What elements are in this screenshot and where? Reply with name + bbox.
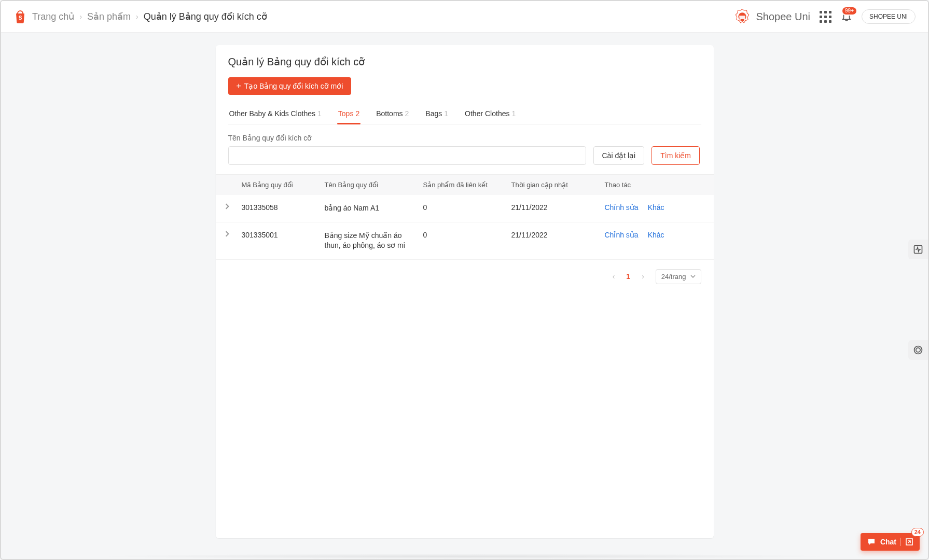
- cell-name: Bảng size Mỹ chuẩn áo thun, áo phông, áo…: [322, 231, 415, 251]
- topbar: S Trang chủ › Sản phẩm › Quản lý Bảng qu…: [1, 1, 928, 33]
- tab-count: 1: [511, 109, 516, 118]
- cell-linked: 0: [420, 231, 508, 239]
- tab-label: Other Baby & Kids Clothes: [229, 109, 316, 118]
- pagination: ‹ 1 › 24/trang: [216, 260, 714, 284]
- svg-point-5: [916, 348, 920, 352]
- table-row: 301335058 bảng áo Nam A1 0 21/11/2022 Ch…: [216, 195, 714, 222]
- tab-count: 2: [405, 109, 409, 118]
- shopee-logo-icon[interactable]: S: [13, 9, 27, 24]
- tab-label: Tops: [338, 109, 354, 118]
- chevron-right-icon: [224, 231, 230, 237]
- breadcrumb-home[interactable]: Trang chủ: [32, 11, 74, 22]
- more-link[interactable]: Khác: [648, 231, 664, 239]
- pager-current-page[interactable]: 1: [626, 272, 630, 281]
- expand-row-toggle[interactable]: [216, 231, 239, 237]
- page-title: Quản lý Bảng quy đổi kích cỡ: [228, 55, 701, 68]
- notifications-badge: 99+: [841, 6, 857, 16]
- tab-label: Other Clothes: [465, 109, 509, 118]
- col-updated: Thời gian cập nhật: [508, 181, 602, 189]
- pager-prev[interactable]: ‹: [613, 272, 615, 281]
- chat-badge: 24: [911, 528, 924, 537]
- headset-icon: [913, 345, 923, 355]
- chevron-right-icon: ›: [136, 12, 138, 21]
- col-id: Mã Bảng quy đổi: [239, 181, 322, 189]
- col-actions: Thao tác: [602, 181, 714, 189]
- expand-icon: [905, 538, 913, 546]
- svg-text:S: S: [19, 15, 22, 21]
- page-size-label: 24/trang: [661, 273, 686, 281]
- notifications-button[interactable]: 99+: [841, 10, 852, 23]
- cell-updated: 21/11/2022: [508, 203, 602, 212]
- tab-other-baby-kids-clothes[interactable]: Other Baby & Kids Clothes1: [228, 104, 323, 124]
- apps-grid-icon[interactable]: [820, 11, 831, 23]
- col-linked: Sản phẩm đã liên kết: [420, 181, 508, 189]
- shopee-uni-logo-icon: [733, 7, 752, 26]
- shopee-uni-brand[interactable]: Shopee Uni: [733, 7, 810, 26]
- reset-button[interactable]: Cài đặt lại: [593, 146, 645, 165]
- pager-next[interactable]: ›: [642, 272, 644, 281]
- edit-link[interactable]: Chỉnh sửa: [605, 231, 639, 239]
- shopee-uni-label: Shopee Uni: [756, 11, 810, 23]
- svg-rect-2: [741, 19, 744, 21]
- page-size-select[interactable]: 24/trang: [656, 269, 701, 284]
- chat-icon: [867, 537, 876, 547]
- create-size-chart-button[interactable]: + Tạo Bảng quy đổi kích cỡ mới: [228, 77, 352, 95]
- expand-row-toggle[interactable]: [216, 203, 239, 209]
- cell-actions: Chỉnh sửa Khác: [602, 231, 714, 239]
- tab-label: Bags: [425, 109, 442, 118]
- table-body: 301335058 bảng áo Nam A1 0 21/11/2022 Ch…: [216, 195, 714, 260]
- breadcrumb: S Trang chủ › Sản phẩm › Quản lý Bảng qu…: [13, 9, 267, 24]
- table-header: Mã Bảng quy đổi Tên Bảng quy đổi Sản phẩ…: [216, 174, 714, 195]
- tab-bottoms[interactable]: Bottoms2: [375, 104, 410, 124]
- chat-widget[interactable]: Chat 24: [861, 533, 920, 551]
- cell-updated: 21/11/2022: [508, 231, 602, 239]
- table-row: 301335001 Bảng size Mỹ chuẩn áo thun, áo…: [216, 222, 714, 260]
- cell-linked: 0: [420, 203, 508, 212]
- tab-count: 2: [355, 109, 359, 118]
- edit-link[interactable]: Chỉnh sửa: [605, 203, 639, 212]
- breadcrumb-products[interactable]: Sản phẩm: [87, 11, 131, 22]
- cell-id: 301335058: [239, 203, 322, 212]
- activity-icon: [913, 244, 923, 255]
- breadcrumb-current: Quản lý Bảng quy đổi kích cỡ: [144, 11, 267, 22]
- topbar-right: Shopee Uni 99+ SHOPEE UNI: [733, 7, 916, 26]
- plus-icon: +: [237, 82, 241, 90]
- content-card: Quản lý Bảng quy đổi kích cỡ + Tạo Bảng …: [216, 45, 714, 538]
- side-help-button[interactable]: [908, 340, 928, 360]
- chevron-right-icon: ›: [79, 12, 82, 21]
- create-button-label: Tạo Bảng quy đổi kích cỡ mới: [244, 82, 343, 90]
- cell-name: bảng áo Nam A1: [322, 203, 415, 214]
- chat-label: Chat: [880, 538, 896, 546]
- category-tabs: Other Baby & Kids Clothes1Tops2Bottoms2B…: [228, 104, 701, 124]
- side-pulse-button[interactable]: [908, 240, 928, 259]
- size-chart-name-input[interactable]: [228, 146, 586, 165]
- tab-label: Bottoms: [376, 109, 403, 118]
- chevron-down-icon: [690, 274, 696, 279]
- tab-count: 1: [317, 109, 322, 118]
- cell-actions: Chỉnh sửa Khác: [602, 203, 714, 212]
- search-button[interactable]: Tìm kiếm: [651, 146, 700, 165]
- cell-id: 301335001: [239, 231, 322, 239]
- tab-other-clothes[interactable]: Other Clothes1: [464, 104, 517, 124]
- more-link[interactable]: Khác: [648, 203, 664, 212]
- filter-label: Tên Bảng quy đổi kích cỡ: [228, 134, 701, 142]
- svg-point-4: [914, 346, 922, 354]
- divider: [900, 538, 901, 546]
- chevron-right-icon: [224, 203, 230, 209]
- tab-bags[interactable]: Bags1: [424, 104, 449, 124]
- shopee-uni-button[interactable]: SHOPEE UNI: [862, 9, 916, 24]
- filter-row: Cài đặt lại Tìm kiếm: [228, 146, 701, 165]
- tab-count: 1: [444, 109, 448, 118]
- col-name: Tên Bảng quy đổi: [322, 181, 420, 189]
- tab-tops[interactable]: Tops2: [337, 104, 360, 124]
